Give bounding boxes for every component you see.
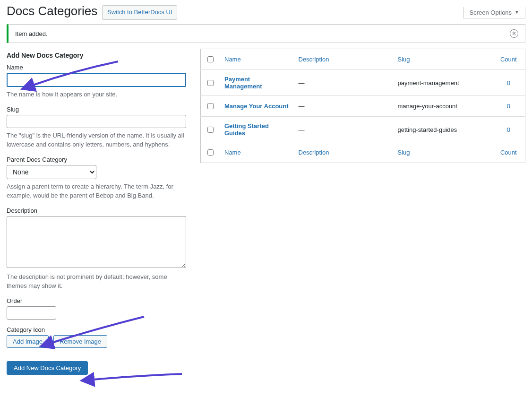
row-count-link[interactable]: 0 <box>507 79 510 87</box>
slug-label: Slug <box>7 106 186 113</box>
category-icon-label: Category Icon <box>7 326 186 333</box>
table-row: Payment Management — payment-management … <box>201 70 525 96</box>
row-count-link[interactable]: 0 <box>507 103 510 110</box>
slug-help: The "slug" is the URL-friendly version o… <box>7 131 186 149</box>
row-description: — <box>294 70 393 96</box>
table-row: Manage Your Account — manage-your-accoun… <box>201 96 525 117</box>
notice-message: Item added. <box>15 30 48 37</box>
order-input[interactable] <box>7 306 56 320</box>
table-row: Getting Started Guides — getting-started… <box>201 117 525 143</box>
row-checkbox[interactable] <box>207 103 214 109</box>
row-checkbox[interactable] <box>207 80 214 86</box>
switch-ui-button[interactable]: Switch to BetterDocs UI <box>102 5 177 20</box>
parent-select[interactable]: None <box>7 165 96 179</box>
remove-image-button[interactable]: Remove Image <box>53 335 107 348</box>
name-label: Name <box>7 64 186 71</box>
name-input[interactable] <box>7 73 186 87</box>
order-label: Order <box>7 297 186 304</box>
row-count-link[interactable]: 0 <box>507 126 510 133</box>
submit-button[interactable]: Add New Docs Category <box>7 361 88 375</box>
categories-table: Name Description Slug Count Payment Mana… <box>200 49 525 163</box>
select-all-top-checkbox[interactable] <box>207 56 214 62</box>
col-header-slug-top[interactable]: Slug <box>398 56 410 63</box>
col-header-name-top[interactable]: Name <box>224 56 241 63</box>
screen-options-toggle[interactable]: Screen Options ▼ <box>463 7 525 18</box>
description-textarea[interactable] <box>7 216 186 268</box>
add-image-button[interactable]: Add Image <box>7 335 49 348</box>
row-description: — <box>294 117 393 143</box>
row-slug: manage-your-account <box>393 96 492 117</box>
col-header-slug-bottom[interactable]: Slug <box>398 149 410 156</box>
chevron-down-icon: ▼ <box>515 10 519 15</box>
col-header-description-top[interactable]: Description <box>299 56 329 63</box>
screen-options-label: Screen Options <box>469 9 512 16</box>
close-icon[interactable]: ✕ <box>510 29 518 38</box>
parent-help: Assign a parent term to create a hierarc… <box>7 182 186 200</box>
row-name-link[interactable]: Getting Started Guides <box>224 122 269 137</box>
description-help: The description is not prominent by defa… <box>7 272 186 291</box>
form-heading: Add New Docs Category <box>7 52 186 59</box>
col-header-count-bottom[interactable]: Count <box>500 149 517 156</box>
page-title: Docs Categories <box>7 4 97 18</box>
parent-label: Parent Docs Category <box>7 156 186 163</box>
row-name-link[interactable]: Manage Your Account <box>224 103 289 110</box>
name-help: The name is how it appears on your site. <box>7 90 186 99</box>
row-slug: payment-management <box>393 70 492 96</box>
description-label: Description <box>7 207 186 214</box>
col-header-description-bottom[interactable]: Description <box>299 149 329 156</box>
row-checkbox[interactable] <box>207 127 214 133</box>
row-slug: getting-started-guides <box>393 117 492 143</box>
col-header-count-top[interactable]: Count <box>500 56 517 63</box>
row-name-link[interactable]: Payment Management <box>224 76 262 90</box>
admin-notice: Item added. ✕ <box>7 24 525 43</box>
row-description: — <box>294 96 393 117</box>
select-all-bottom-checkbox[interactable] <box>207 149 214 156</box>
slug-input[interactable] <box>7 115 186 128</box>
col-header-name-bottom[interactable]: Name <box>224 149 241 156</box>
